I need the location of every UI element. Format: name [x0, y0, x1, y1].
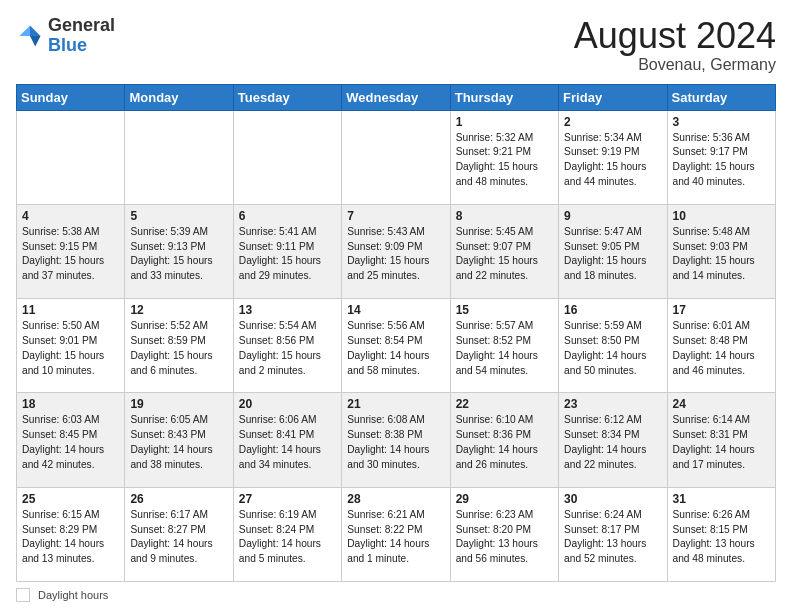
- calendar-cell: 31Sunrise: 6:26 AM Sunset: 8:15 PM Dayli…: [667, 487, 775, 581]
- day-info: Sunrise: 6:15 AM Sunset: 8:29 PM Dayligh…: [22, 508, 119, 567]
- logo: General Blue: [16, 16, 115, 56]
- day-info: Sunrise: 5:34 AM Sunset: 9:19 PM Dayligh…: [564, 131, 661, 190]
- day-number: 27: [239, 492, 336, 506]
- calendar-cell: 28Sunrise: 6:21 AM Sunset: 8:22 PM Dayli…: [342, 487, 450, 581]
- day-number: 14: [347, 303, 444, 317]
- logo-general-text: General: [48, 15, 115, 35]
- calendar-cell: 3Sunrise: 5:36 AM Sunset: 9:17 PM Daylig…: [667, 110, 775, 204]
- day-info: Sunrise: 6:03 AM Sunset: 8:45 PM Dayligh…: [22, 413, 119, 472]
- calendar-cell: 11Sunrise: 5:50 AM Sunset: 9:01 PM Dayli…: [17, 299, 125, 393]
- day-info: Sunrise: 6:06 AM Sunset: 8:41 PM Dayligh…: [239, 413, 336, 472]
- day-info: Sunrise: 5:47 AM Sunset: 9:05 PM Dayligh…: [564, 225, 661, 284]
- day-number: 26: [130, 492, 227, 506]
- calendar-cell: [125, 110, 233, 204]
- day-info: Sunrise: 6:12 AM Sunset: 8:34 PM Dayligh…: [564, 413, 661, 472]
- location: Bovenau, Germany: [574, 56, 776, 74]
- logo-blue-text: Blue: [48, 35, 87, 55]
- day-info: Sunrise: 6:19 AM Sunset: 8:24 PM Dayligh…: [239, 508, 336, 567]
- day-info: Sunrise: 5:59 AM Sunset: 8:50 PM Dayligh…: [564, 319, 661, 378]
- day-info: Sunrise: 5:43 AM Sunset: 9:09 PM Dayligh…: [347, 225, 444, 284]
- calendar-cell: 29Sunrise: 6:23 AM Sunset: 8:20 PM Dayli…: [450, 487, 558, 581]
- header: General Blue August 2024 Bovenau, German…: [16, 16, 776, 74]
- col-header-tuesday: Tuesday: [233, 84, 341, 110]
- daylight-label: Daylight hours: [38, 589, 108, 601]
- day-info: Sunrise: 5:57 AM Sunset: 8:52 PM Dayligh…: [456, 319, 553, 378]
- day-info: Sunrise: 5:48 AM Sunset: 9:03 PM Dayligh…: [673, 225, 770, 284]
- day-number: 3: [673, 115, 770, 129]
- day-number: 18: [22, 397, 119, 411]
- calendar-cell: 6Sunrise: 5:41 AM Sunset: 9:11 PM Daylig…: [233, 204, 341, 298]
- col-header-friday: Friday: [559, 84, 667, 110]
- calendar-table: SundayMondayTuesdayWednesdayThursdayFrid…: [16, 84, 776, 582]
- day-number: 31: [673, 492, 770, 506]
- day-number: 7: [347, 209, 444, 223]
- calendar-cell: 17Sunrise: 6:01 AM Sunset: 8:48 PM Dayli…: [667, 299, 775, 393]
- day-info: Sunrise: 6:10 AM Sunset: 8:36 PM Dayligh…: [456, 413, 553, 472]
- calendar-cell: 14Sunrise: 5:56 AM Sunset: 8:54 PM Dayli…: [342, 299, 450, 393]
- day-info: Sunrise: 6:14 AM Sunset: 8:31 PM Dayligh…: [673, 413, 770, 472]
- calendar-cell: 27Sunrise: 6:19 AM Sunset: 8:24 PM Dayli…: [233, 487, 341, 581]
- calendar-cell: 30Sunrise: 6:24 AM Sunset: 8:17 PM Dayli…: [559, 487, 667, 581]
- calendar-cell: 19Sunrise: 6:05 AM Sunset: 8:43 PM Dayli…: [125, 393, 233, 487]
- day-number: 23: [564, 397, 661, 411]
- day-number: 22: [456, 397, 553, 411]
- day-number: 29: [456, 492, 553, 506]
- month-title: August 2024: [574, 16, 776, 56]
- calendar-cell: 21Sunrise: 6:08 AM Sunset: 8:38 PM Dayli…: [342, 393, 450, 487]
- calendar-cell: [342, 110, 450, 204]
- day-number: 20: [239, 397, 336, 411]
- calendar-cell: 24Sunrise: 6:14 AM Sunset: 8:31 PM Dayli…: [667, 393, 775, 487]
- col-header-sunday: Sunday: [17, 84, 125, 110]
- day-info: Sunrise: 5:39 AM Sunset: 9:13 PM Dayligh…: [130, 225, 227, 284]
- calendar-cell: [233, 110, 341, 204]
- calendar-cell: 22Sunrise: 6:10 AM Sunset: 8:36 PM Dayli…: [450, 393, 558, 487]
- day-info: Sunrise: 6:01 AM Sunset: 8:48 PM Dayligh…: [673, 319, 770, 378]
- day-info: Sunrise: 5:45 AM Sunset: 9:07 PM Dayligh…: [456, 225, 553, 284]
- calendar-week-row: 11Sunrise: 5:50 AM Sunset: 9:01 PM Dayli…: [17, 299, 776, 393]
- day-number: 17: [673, 303, 770, 317]
- day-number: 21: [347, 397, 444, 411]
- day-number: 30: [564, 492, 661, 506]
- calendar-cell: 1Sunrise: 5:32 AM Sunset: 9:21 PM Daylig…: [450, 110, 558, 204]
- daylight-legend-box: [16, 588, 30, 602]
- day-info: Sunrise: 5:36 AM Sunset: 9:17 PM Dayligh…: [673, 131, 770, 190]
- day-number: 4: [22, 209, 119, 223]
- day-number: 2: [564, 115, 661, 129]
- day-info: Sunrise: 6:08 AM Sunset: 8:38 PM Dayligh…: [347, 413, 444, 472]
- calendar-cell: 25Sunrise: 6:15 AM Sunset: 8:29 PM Dayli…: [17, 487, 125, 581]
- day-info: Sunrise: 5:50 AM Sunset: 9:01 PM Dayligh…: [22, 319, 119, 378]
- day-number: 19: [130, 397, 227, 411]
- day-info: Sunrise: 6:26 AM Sunset: 8:15 PM Dayligh…: [673, 508, 770, 567]
- day-number: 10: [673, 209, 770, 223]
- day-info: Sunrise: 5:32 AM Sunset: 9:21 PM Dayligh…: [456, 131, 553, 190]
- day-number: 6: [239, 209, 336, 223]
- day-number: 5: [130, 209, 227, 223]
- calendar-week-row: 4Sunrise: 5:38 AM Sunset: 9:15 PM Daylig…: [17, 204, 776, 298]
- day-info: Sunrise: 6:23 AM Sunset: 8:20 PM Dayligh…: [456, 508, 553, 567]
- logo-icon: [16, 22, 44, 50]
- calendar-week-row: 18Sunrise: 6:03 AM Sunset: 8:45 PM Dayli…: [17, 393, 776, 487]
- calendar-cell: 7Sunrise: 5:43 AM Sunset: 9:09 PM Daylig…: [342, 204, 450, 298]
- day-number: 28: [347, 492, 444, 506]
- svg-marker-1: [30, 36, 41, 47]
- day-number: 9: [564, 209, 661, 223]
- calendar-cell: 4Sunrise: 5:38 AM Sunset: 9:15 PM Daylig…: [17, 204, 125, 298]
- day-info: Sunrise: 5:52 AM Sunset: 8:59 PM Dayligh…: [130, 319, 227, 378]
- calendar-cell: 13Sunrise: 5:54 AM Sunset: 8:56 PM Dayli…: [233, 299, 341, 393]
- day-info: Sunrise: 5:38 AM Sunset: 9:15 PM Dayligh…: [22, 225, 119, 284]
- calendar-week-row: 1Sunrise: 5:32 AM Sunset: 9:21 PM Daylig…: [17, 110, 776, 204]
- day-number: 1: [456, 115, 553, 129]
- calendar-cell: 18Sunrise: 6:03 AM Sunset: 8:45 PM Dayli…: [17, 393, 125, 487]
- day-info: Sunrise: 6:24 AM Sunset: 8:17 PM Dayligh…: [564, 508, 661, 567]
- day-number: 11: [22, 303, 119, 317]
- day-number: 12: [130, 303, 227, 317]
- col-header-wednesday: Wednesday: [342, 84, 450, 110]
- calendar-cell: 5Sunrise: 5:39 AM Sunset: 9:13 PM Daylig…: [125, 204, 233, 298]
- svg-marker-0: [30, 25, 41, 36]
- calendar-cell: 23Sunrise: 6:12 AM Sunset: 8:34 PM Dayli…: [559, 393, 667, 487]
- day-info: Sunrise: 6:17 AM Sunset: 8:27 PM Dayligh…: [130, 508, 227, 567]
- day-info: Sunrise: 5:41 AM Sunset: 9:11 PM Dayligh…: [239, 225, 336, 284]
- calendar-cell: 16Sunrise: 5:59 AM Sunset: 8:50 PM Dayli…: [559, 299, 667, 393]
- calendar-cell: 8Sunrise: 5:45 AM Sunset: 9:07 PM Daylig…: [450, 204, 558, 298]
- calendar-cell: 12Sunrise: 5:52 AM Sunset: 8:59 PM Dayli…: [125, 299, 233, 393]
